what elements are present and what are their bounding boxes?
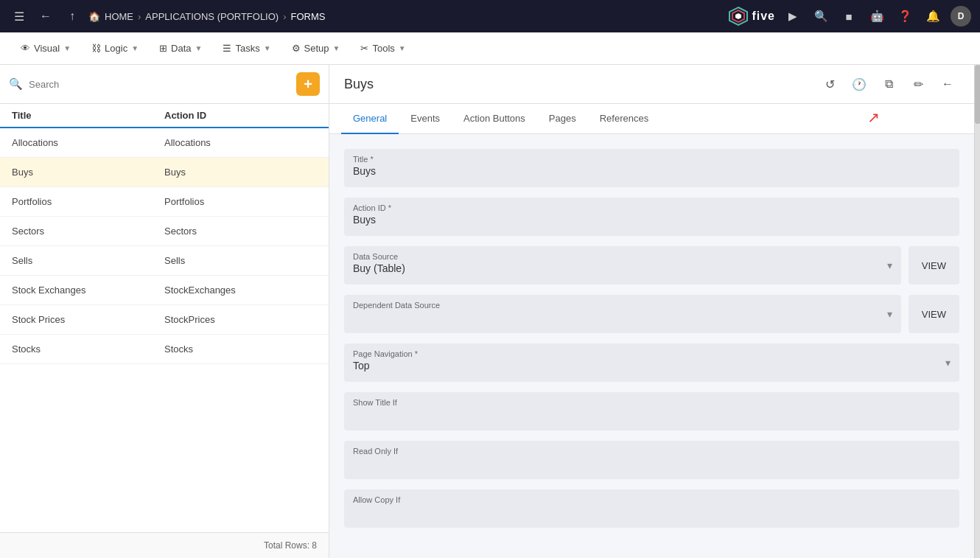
tasks-label: Tasks <box>235 43 259 54</box>
search-input[interactable] <box>29 79 290 90</box>
allow-copy-field: Allow Copy If <box>344 489 959 528</box>
tab-pages[interactable]: Pages <box>537 104 588 134</box>
row-portfolios[interactable]: Portfolios Portfolios <box>0 187 329 217</box>
home-icon: 🏠 <box>88 11 100 22</box>
panel-header: Buys ↺ 🕐 ⧉ ✏ ← <box>329 65 974 104</box>
col-action-header: Action ID <box>164 110 317 121</box>
search-circle-icon[interactable]: 🔍 <box>811 6 831 27</box>
row-stock-exchanges[interactable]: Stock Exchanges StockExchanges <box>0 276 329 305</box>
right-panel: Buys ↺ 🕐 ⧉ ✏ ← General Events Action But… <box>329 65 974 558</box>
dependent-ds-content: Dependent Data Source <box>353 301 887 327</box>
data-source-value: Buy (Table) <box>353 262 887 279</box>
bell-icon[interactable]: 🔔 <box>923 6 943 27</box>
row-stockprices-action: StockPrices <box>164 314 317 325</box>
sidebar-footer: Total Rows: 8 <box>0 532 329 558</box>
breadcrumb-apps[interactable]: APPLICATIONS (PORTFOLIO) <box>145 11 279 22</box>
diagram-icon: ⛓ <box>91 43 101 54</box>
row-stockexchanges-action: StockExchanges <box>164 285 317 296</box>
data-chevron: ▼ <box>195 44 203 52</box>
allow-copy-value <box>353 506 951 522</box>
tools-menu[interactable]: ✂ Tools ▼ <box>351 38 414 58</box>
data-label: Data <box>171 43 191 54</box>
row-sectors-title: Sectors <box>12 226 164 237</box>
wrench-icon: ✂ <box>360 43 368 54</box>
gear-icon: ⚙ <box>292 43 301 54</box>
search-icon: 🔍 <box>9 77 23 91</box>
row-allocations-action: Allocations <box>164 137 317 148</box>
table-header: Title Action ID <box>0 104 329 128</box>
tab-general[interactable]: General <box>341 104 399 134</box>
table-icon: ⊞ <box>159 43 167 54</box>
breadcrumb-sep-2: › <box>283 11 286 22</box>
breadcrumb-forms[interactable]: FORMS <box>291 11 326 22</box>
read-only-field: Read Only If <box>344 441 959 479</box>
logic-menu[interactable]: ⛓ Logic ▼ <box>83 38 147 58</box>
right-scrollbar[interactable] <box>974 65 980 558</box>
row-portfolios-action: Portfolios <box>164 196 317 207</box>
avatar[interactable]: D <box>951 6 971 27</box>
row-sells[interactable]: Sells Sells <box>0 246 329 276</box>
dependent-ds-label: Dependent Data Source <box>353 301 887 310</box>
hamburger-icon[interactable]: ☰ <box>9 6 29 27</box>
data-menu[interactable]: ⊞ Data ▼ <box>150 38 211 58</box>
panel-title: Buys <box>344 77 818 92</box>
robot-icon[interactable]: 🤖 <box>867 6 887 27</box>
setup-menu[interactable]: ⚙ Setup ▼ <box>283 38 349 58</box>
row-buys[interactable]: Buys Buys <box>0 158 329 187</box>
help-icon[interactable]: ❓ <box>895 6 915 27</box>
secondary-navbar: 👁 Visual ▼ ⛓ Logic ▼ ⊞ Data ▼ ☰ Tasks ▼ … <box>0 32 980 65</box>
tab-events[interactable]: Events <box>399 104 452 134</box>
visual-label: Visual <box>34 43 60 54</box>
page-nav-field: Page Navigation * Top ▾ <box>344 343 959 382</box>
left-sidebar: 🔍 + Title Action ID Allocations Allocati… <box>0 65 329 558</box>
back-icon[interactable]: ← <box>35 6 56 27</box>
row-stocks[interactable]: Stocks Stocks <box>0 335 329 364</box>
row-allocations[interactable]: Allocations Allocations <box>0 128 329 158</box>
row-stocks-action: Stocks <box>164 343 317 355</box>
copy-icon[interactable]: ⧉ <box>877 72 900 96</box>
data-source-field: Data Source Buy (Table) ▾ <box>344 246 901 285</box>
tasks-menu[interactable]: ☰ Tasks ▼ <box>214 38 279 58</box>
action-id-field: Action ID * Buys <box>344 198 959 236</box>
stop-icon[interactable]: ■ <box>839 6 859 27</box>
show-title-field: Show Title If <box>344 392 959 430</box>
history-icon[interactable]: 🕐 <box>847 72 871 96</box>
data-source-view-btn[interactable]: VIEW <box>909 246 959 285</box>
row-sectors[interactable]: Sectors Sectors <box>0 217 329 246</box>
title-label: Title * <box>353 155 951 164</box>
row-stockexchanges-title: Stock Exchanges <box>12 285 164 296</box>
five-logo-text: five <box>752 10 775 23</box>
breadcrumb-home[interactable]: HOME <box>105 11 133 22</box>
play-icon[interactable]: ▶ <box>783 6 803 27</box>
dependent-ds-value <box>353 311 887 327</box>
visual-menu[interactable]: 👁 Visual ▼ <box>12 38 80 58</box>
total-rows-label: Total Rows: 8 <box>264 540 317 551</box>
row-buys-action: Buys <box>164 167 317 178</box>
breadcrumb: 🏠 HOME › APPLICATIONS (PORTFOLIO) › FORM… <box>88 11 325 22</box>
title-value: Buys <box>353 165 951 181</box>
read-only-label: Read Only If <box>353 447 951 456</box>
page-nav-chevron[interactable]: ▾ <box>945 357 951 369</box>
col-title-header: Title <box>12 110 164 121</box>
sidebar-search-bar: 🔍 + <box>0 65 329 104</box>
show-title-label: Show Title If <box>353 398 951 407</box>
action-id-value: Buys <box>353 214 951 230</box>
up-icon[interactable]: ↑ <box>62 6 83 27</box>
row-stock-prices[interactable]: Stock Prices StockPrices <box>0 305 329 335</box>
dependent-ds-chevron[interactable]: ▾ <box>887 308 892 320</box>
tab-references[interactable]: References <box>588 104 660 134</box>
add-button[interactable]: + <box>296 72 320 96</box>
arrow-indicator: ↙ <box>867 110 880 128</box>
allow-copy-label: Allow Copy If <box>353 495 951 504</box>
data-source-chevron[interactable]: ▾ <box>887 259 892 271</box>
scrollbar-thumb[interactable] <box>975 65 980 124</box>
list-icon: ☰ <box>223 43 231 54</box>
close-icon[interactable]: ← <box>936 72 959 96</box>
tab-action-buttons[interactable]: Action Buttons <box>452 104 537 134</box>
refresh-icon[interactable]: ↺ <box>818 72 841 96</box>
edit-icon[interactable]: ✏ <box>906 72 930 96</box>
tools-chevron: ▼ <box>399 44 406 52</box>
form-area: Title * Buys Action ID * Buys Data Sourc… <box>329 134 974 558</box>
dependent-ds-view-btn[interactable]: VIEW <box>909 295 959 333</box>
main-layout: 🔍 + Title Action ID Allocations Allocati… <box>0 65 980 558</box>
